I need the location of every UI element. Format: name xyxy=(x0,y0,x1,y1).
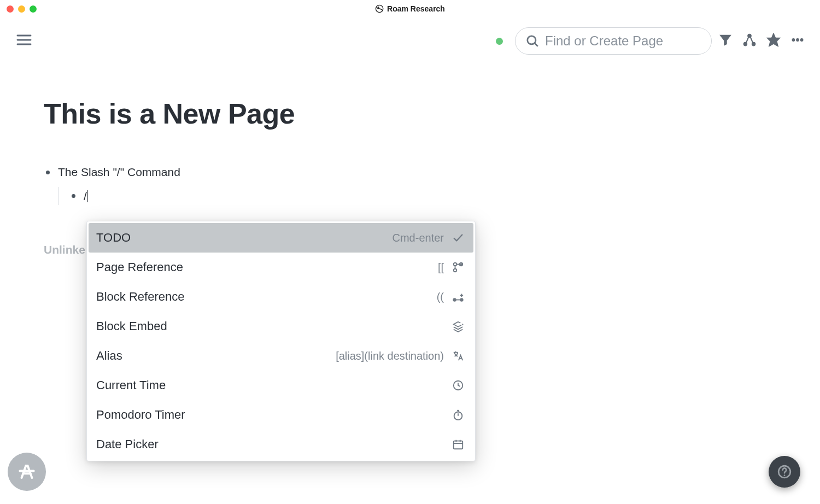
slash-menu-item-block-embed[interactable]: Block Embed xyxy=(89,312,473,341)
favorite-button[interactable] xyxy=(766,33,781,49)
slash-item-label: Date Picker xyxy=(96,437,444,452)
block-item[interactable]: / xyxy=(69,187,776,206)
block-text: The Slash "/" Command xyxy=(58,166,180,178)
svg-point-11 xyxy=(792,39,795,42)
connect-icon xyxy=(452,290,465,303)
svg-point-5 xyxy=(528,36,536,44)
svg-point-1 xyxy=(378,7,379,8)
svg-point-19 xyxy=(453,298,456,301)
slash-item-hint: (( xyxy=(437,291,444,303)
sidebar-toggle-button[interactable] xyxy=(15,31,33,51)
check-icon xyxy=(452,231,465,244)
more-button[interactable] xyxy=(790,33,805,49)
svg-point-13 xyxy=(800,39,803,42)
slash-item-hint: [[ xyxy=(438,261,444,274)
topbar xyxy=(0,17,820,65)
svg-point-14 xyxy=(454,263,457,266)
svg-point-9 xyxy=(752,42,755,46)
slash-item-label: Alias xyxy=(96,349,336,363)
block-text: / xyxy=(84,190,87,202)
filter-button[interactable] xyxy=(718,33,733,49)
slash-menu-item-current-time[interactable]: Current Time xyxy=(89,371,473,400)
slash-menu-item-page-reference[interactable]: Page Reference [[ xyxy=(89,253,473,282)
slash-item-label: Pomodoro Timer xyxy=(96,408,444,422)
svg-point-8 xyxy=(743,42,747,46)
roam-logo-button[interactable] xyxy=(8,453,46,491)
svg-line-6 xyxy=(535,43,538,46)
app-logo-icon xyxy=(375,4,384,13)
slash-item-label: Block Reference xyxy=(96,290,437,304)
layers-icon xyxy=(452,320,465,333)
slash-item-label: TODO xyxy=(96,231,393,245)
branch-icon xyxy=(452,261,465,274)
search-box[interactable] xyxy=(515,27,712,55)
window-maximize-button[interactable] xyxy=(30,5,37,13)
slash-menu-item-alias[interactable]: Alias [alias](link destination) xyxy=(89,341,473,371)
titlebar: Roam Research xyxy=(0,0,820,17)
window-controls xyxy=(7,5,37,13)
svg-point-15 xyxy=(454,269,457,272)
translate-icon xyxy=(452,349,465,362)
slash-item-label: Page Reference xyxy=(96,260,438,274)
text-cursor xyxy=(87,190,88,202)
clock-icon xyxy=(452,379,465,392)
slash-command-menu: TODO Cmd-enter Page Reference [[ Block R… xyxy=(86,221,476,461)
filter-icon xyxy=(718,33,733,47)
stopwatch-icon xyxy=(452,408,465,421)
topbar-actions xyxy=(718,33,805,49)
svg-point-12 xyxy=(796,39,799,42)
titlebar-title: Roam Research xyxy=(375,4,445,13)
nested-block-list: / xyxy=(58,187,776,206)
svg-rect-32 xyxy=(454,441,463,449)
slash-menu-item-block-reference[interactable]: Block Reference (( xyxy=(89,282,473,312)
svg-point-28 xyxy=(454,412,462,420)
graph-icon xyxy=(742,33,757,47)
roam-a-icon xyxy=(16,461,37,482)
search-icon xyxy=(525,34,540,48)
sync-status-indicator[interactable] xyxy=(496,38,503,45)
help-button[interactable] xyxy=(769,456,800,488)
slash-menu-item-date-picker[interactable]: Date Picker xyxy=(89,430,473,459)
graph-button[interactable] xyxy=(742,33,757,49)
slash-item-hint: Cmd-enter xyxy=(393,232,444,244)
slash-item-hint: [alias](link destination) xyxy=(336,350,444,362)
window-minimize-button[interactable] xyxy=(18,5,25,13)
more-icon xyxy=(790,33,805,47)
svg-marker-10 xyxy=(768,34,780,46)
slash-item-label: Block Embed xyxy=(96,319,444,333)
slash-menu-item-pomodoro[interactable]: Pomodoro Timer xyxy=(89,400,473,430)
block-item[interactable]: The Slash "/" Command / xyxy=(44,163,776,205)
svg-point-20 xyxy=(460,298,463,301)
slash-item-label: Current Time xyxy=(96,378,444,392)
window-close-button[interactable] xyxy=(7,5,14,13)
app-title: Roam Research xyxy=(387,4,445,13)
slash-menu-item-todo[interactable]: TODO Cmd-enter xyxy=(89,223,473,253)
page-title[interactable]: This is a New Page xyxy=(44,97,776,130)
hamburger-icon xyxy=(15,31,33,49)
calendar-icon xyxy=(452,438,465,451)
block-outline: The Slash "/" Command / xyxy=(44,163,776,205)
help-icon xyxy=(777,465,792,479)
star-icon xyxy=(766,33,781,47)
search-input[interactable] xyxy=(545,33,701,49)
